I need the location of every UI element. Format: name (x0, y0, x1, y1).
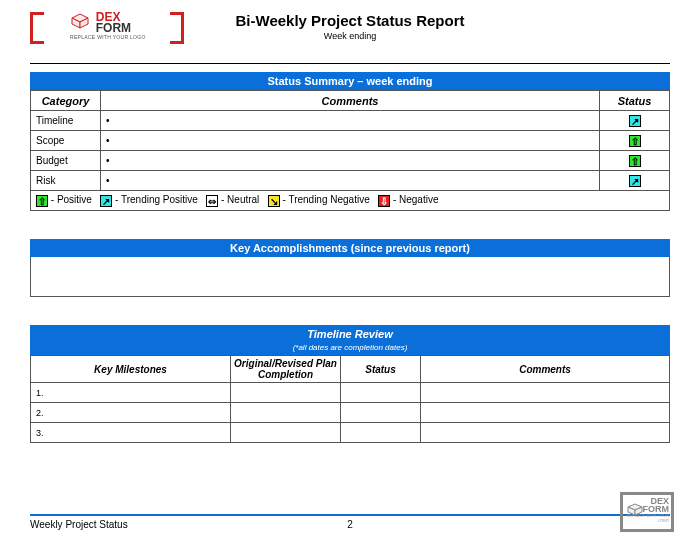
cell (341, 383, 421, 403)
accomplishments-section: Key Accomplishments (since previous repo… (30, 239, 670, 297)
cell (341, 423, 421, 443)
table-row: Budget • ⇧ (31, 151, 670, 171)
cell-status: ↗ (600, 171, 670, 191)
table-row: 3. (31, 423, 670, 443)
positive-icon: ⇧ (36, 195, 48, 207)
positive-icon: ⇧ (629, 155, 641, 167)
logo-tagline: REPLACE WITH YOUR LOGO (70, 34, 170, 40)
watermark-logo: DEX FORM REPLACE WITH YOUR LOGO (620, 492, 674, 532)
table-row: Scope • ⇧ (31, 131, 670, 151)
cell (421, 383, 670, 403)
col-plan: Original/Revised Plan Completion (231, 356, 341, 383)
timeline-section: Timeline Review (*all dates are completi… (30, 325, 670, 443)
accomplishments-header: Key Accomplishments (since previous repo… (30, 239, 670, 257)
table-row: 2. (31, 403, 670, 423)
legend-label: - Trending Negative (282, 194, 369, 205)
col-category: Category (31, 91, 101, 111)
logo-text-2: FORM (96, 23, 131, 34)
cell-category: Budget (31, 151, 101, 171)
status-summary-table: Category Comments Status Timeline • ↗ Sc… (30, 90, 670, 211)
cell-comment: • (101, 151, 600, 171)
legend-label: - Negative (393, 194, 439, 205)
cell (231, 423, 341, 443)
cell (421, 403, 670, 423)
logo-placeholder: DEX FORM REPLACE WITH YOUR LOGO (30, 8, 190, 50)
trending-negative-icon: ↘ (268, 195, 280, 207)
cube-icon (70, 12, 90, 32)
legend-label: - Positive (51, 194, 92, 205)
cell (231, 383, 341, 403)
cell-status: ⇧ (600, 151, 670, 171)
trending-positive-icon: ↗ (100, 195, 112, 207)
cell (421, 423, 670, 443)
col-status: Status (341, 356, 421, 383)
cell-category: Scope (31, 131, 101, 151)
table-row: 1. (31, 383, 670, 403)
bracket-left-icon (30, 12, 44, 44)
cell (231, 403, 341, 423)
timeline-header: Timeline Review (*all dates are completi… (30, 325, 670, 355)
status-summary-section: Status Summary – week ending Category Co… (30, 72, 670, 211)
table-row: Timeline • ↗ (31, 111, 670, 131)
bracket-right-icon (170, 12, 184, 44)
cell-status: ⇧ (600, 131, 670, 151)
legend-row: ⇧ - Positive ↗ - Trending Positive ⇔ - N… (31, 191, 670, 211)
accomplishments-body (30, 257, 670, 297)
footer-left: Weekly Project Status (30, 519, 128, 530)
cell-num: 2. (31, 403, 231, 423)
trending-positive-icon: ↗ (629, 115, 641, 127)
trending-positive-icon: ↗ (629, 175, 641, 187)
page-header: DEX FORM REPLACE WITH YOUR LOGO Bi-Weekl… (30, 12, 670, 64)
positive-icon: ⇧ (629, 135, 641, 147)
negative-icon: ⇩ (378, 195, 390, 207)
neutral-icon: ⇔ (206, 195, 218, 207)
cell-category: Timeline (31, 111, 101, 131)
cell-num: 3. (31, 423, 231, 443)
page-number: 2 (347, 519, 353, 530)
cell-num: 1. (31, 383, 231, 403)
cell-status: ↗ (600, 111, 670, 131)
legend-label: - Trending Positive (115, 194, 198, 205)
cell (341, 403, 421, 423)
col-milestones: Key Milestones (31, 356, 231, 383)
cell-comment: • (101, 111, 600, 131)
table-row: Risk • ↗ (31, 171, 670, 191)
col-comments: Comments (101, 91, 600, 111)
legend-label: - Neutral (221, 194, 259, 205)
timeline-subheader: (*all dates are completion dates) (293, 343, 408, 352)
cell-comment: • (101, 131, 600, 151)
col-status: Status (600, 91, 670, 111)
col-comments: Comments (421, 356, 670, 383)
status-summary-header: Status Summary – week ending (30, 72, 670, 90)
page-footer: Weekly Project Status 2 DEX FORM REPLACE… (30, 514, 670, 530)
timeline-table: Key Milestones Original/Revised Plan Com… (30, 355, 670, 443)
cell-category: Risk (31, 171, 101, 191)
cell-comment: • (101, 171, 600, 191)
